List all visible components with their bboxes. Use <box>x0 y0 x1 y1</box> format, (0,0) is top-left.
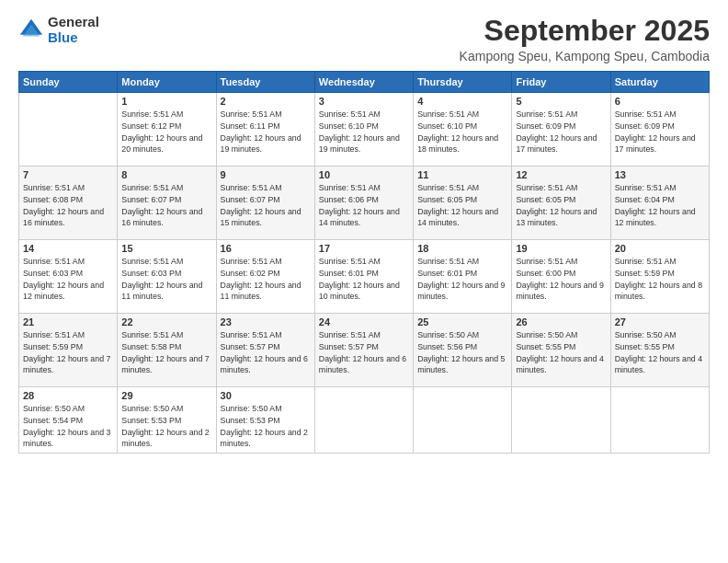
calendar-cell <box>414 387 512 454</box>
day-info: Sunrise: 5:51 AM Sunset: 6:01 PM Dayligh… <box>417 256 507 303</box>
logo-blue: Blue <box>48 30 99 46</box>
day-info: Sunrise: 5:50 AM Sunset: 5:54 PM Dayligh… <box>23 403 113 450</box>
day-number: 22 <box>121 316 211 327</box>
day-number: 8 <box>121 169 211 180</box>
day-number: 24 <box>319 316 409 327</box>
calendar-cell <box>19 93 118 167</box>
logo-text: General Blue <box>48 15 99 45</box>
calendar-cell: 14Sunrise: 5:51 AM Sunset: 6:03 PM Dayli… <box>19 240 118 314</box>
day-info: Sunrise: 5:51 AM Sunset: 6:00 PM Dayligh… <box>516 256 606 303</box>
calendar-cell: 4Sunrise: 5:51 AM Sunset: 6:10 PM Daylig… <box>414 93 512 167</box>
calendar-header-monday: Monday <box>118 72 216 93</box>
day-number: 13 <box>615 169 705 180</box>
day-number: 3 <box>319 96 409 107</box>
day-info: Sunrise: 5:51 AM Sunset: 6:05 PM Dayligh… <box>516 182 606 229</box>
calendar-cell: 24Sunrise: 5:51 AM Sunset: 5:57 PM Dayli… <box>314 314 413 387</box>
day-info: Sunrise: 5:51 AM Sunset: 6:12 PM Dayligh… <box>121 109 211 155</box>
calendar-cell: 29Sunrise: 5:50 AM Sunset: 5:53 PM Dayli… <box>118 387 216 454</box>
day-number: 10 <box>319 169 409 180</box>
calendar-cell: 15Sunrise: 5:51 AM Sunset: 6:03 PM Dayli… <box>118 240 216 314</box>
calendar-header-friday: Friday <box>512 72 610 93</box>
day-number: 23 <box>221 316 311 327</box>
title-area: September 2025 Kampong Speu, Kampong Spe… <box>460 15 710 63</box>
day-number: 16 <box>221 243 311 254</box>
day-info: Sunrise: 5:51 AM Sunset: 6:10 PM Dayligh… <box>319 109 409 155</box>
day-info: Sunrise: 5:51 AM Sunset: 6:02 PM Dayligh… <box>221 256 311 303</box>
day-info: Sunrise: 5:50 AM Sunset: 5:55 PM Dayligh… <box>615 329 705 376</box>
calendar-cell <box>314 387 413 454</box>
day-info: Sunrise: 5:50 AM Sunset: 5:53 PM Dayligh… <box>121 403 211 450</box>
calendar-cell: 27Sunrise: 5:50 AM Sunset: 5:55 PM Dayli… <box>610 314 709 387</box>
day-number: 19 <box>516 243 606 254</box>
calendar-cell: 6Sunrise: 5:51 AM Sunset: 6:09 PM Daylig… <box>610 93 709 167</box>
calendar-cell: 8Sunrise: 5:51 AM Sunset: 6:07 PM Daylig… <box>118 167 216 240</box>
day-info: Sunrise: 5:51 AM Sunset: 5:59 PM Dayligh… <box>615 256 705 303</box>
calendar-header-thursday: Thursday <box>414 72 512 93</box>
calendar-cell: 18Sunrise: 5:51 AM Sunset: 6:01 PM Dayli… <box>414 240 512 314</box>
calendar-cell: 19Sunrise: 5:51 AM Sunset: 6:00 PM Dayli… <box>512 240 610 314</box>
day-info: Sunrise: 5:51 AM Sunset: 5:57 PM Dayligh… <box>319 329 409 376</box>
day-number: 1 <box>121 96 211 107</box>
day-number: 21 <box>23 316 113 327</box>
day-number: 18 <box>417 243 507 254</box>
logo-icon <box>18 17 44 43</box>
calendar-table: SundayMondayTuesdayWednesdayThursdayFrid… <box>18 71 710 454</box>
calendar-cell: 7Sunrise: 5:51 AM Sunset: 6:08 PM Daylig… <box>19 167 118 240</box>
calendar-header-sunday: Sunday <box>19 72 118 93</box>
calendar-cell: 20Sunrise: 5:51 AM Sunset: 5:59 PM Dayli… <box>610 240 709 314</box>
day-number: 6 <box>615 96 705 107</box>
day-number: 11 <box>417 169 507 180</box>
calendar-cell <box>512 387 610 454</box>
day-info: Sunrise: 5:51 AM Sunset: 6:09 PM Dayligh… <box>516 109 606 155</box>
page: General Blue September 2025 Kampong Speu… <box>0 0 728 563</box>
subtitle: Kampong Speu, Kampong Speu, Cambodia <box>460 49 710 63</box>
day-info: Sunrise: 5:51 AM Sunset: 6:07 PM Dayligh… <box>221 182 311 229</box>
day-number: 17 <box>319 243 409 254</box>
day-info: Sunrise: 5:50 AM Sunset: 5:53 PM Dayligh… <box>221 403 311 450</box>
calendar-cell: 21Sunrise: 5:51 AM Sunset: 5:59 PM Dayli… <box>19 314 118 387</box>
day-number: 27 <box>615 316 705 327</box>
calendar-cell: 26Sunrise: 5:50 AM Sunset: 5:55 PM Dayli… <box>512 314 610 387</box>
calendar-week-row: 28Sunrise: 5:50 AM Sunset: 5:54 PM Dayli… <box>19 387 710 454</box>
day-info: Sunrise: 5:51 AM Sunset: 6:01 PM Dayligh… <box>319 256 409 303</box>
day-number: 20 <box>615 243 705 254</box>
day-number: 25 <box>417 316 507 327</box>
day-number: 28 <box>23 390 113 401</box>
day-info: Sunrise: 5:50 AM Sunset: 5:56 PM Dayligh… <box>417 329 507 376</box>
day-number: 14 <box>23 243 113 254</box>
calendar-header-row: SundayMondayTuesdayWednesdayThursdayFrid… <box>19 72 710 93</box>
calendar-week-row: 1Sunrise: 5:51 AM Sunset: 6:12 PM Daylig… <box>19 93 710 167</box>
calendar-header-tuesday: Tuesday <box>216 72 314 93</box>
day-number: 26 <box>516 316 606 327</box>
calendar-cell: 12Sunrise: 5:51 AM Sunset: 6:05 PM Dayli… <box>512 167 610 240</box>
calendar-cell: 10Sunrise: 5:51 AM Sunset: 6:06 PM Dayli… <box>314 167 413 240</box>
calendar-header-saturday: Saturday <box>610 72 709 93</box>
calendar-week-row: 21Sunrise: 5:51 AM Sunset: 5:59 PM Dayli… <box>19 314 710 387</box>
day-number: 4 <box>417 96 507 107</box>
header-area: General Blue September 2025 Kampong Speu… <box>18 15 710 63</box>
main-title: September 2025 <box>460 15 710 47</box>
day-info: Sunrise: 5:51 AM Sunset: 6:07 PM Dayligh… <box>121 182 211 229</box>
day-info: Sunrise: 5:51 AM Sunset: 5:58 PM Dayligh… <box>121 329 211 376</box>
calendar-cell: 13Sunrise: 5:51 AM Sunset: 6:04 PM Dayli… <box>610 167 709 240</box>
calendar-cell: 2Sunrise: 5:51 AM Sunset: 6:11 PM Daylig… <box>216 93 314 167</box>
logo-general: General <box>48 15 99 30</box>
day-number: 2 <box>221 96 311 107</box>
calendar-header-wednesday: Wednesday <box>314 72 413 93</box>
calendar-cell: 3Sunrise: 5:51 AM Sunset: 6:10 PM Daylig… <box>314 93 413 167</box>
day-info: Sunrise: 5:51 AM Sunset: 6:10 PM Dayligh… <box>417 109 507 155</box>
day-info: Sunrise: 5:51 AM Sunset: 6:03 PM Dayligh… <box>121 256 211 303</box>
day-info: Sunrise: 5:51 AM Sunset: 5:57 PM Dayligh… <box>221 329 311 376</box>
calendar-cell: 9Sunrise: 5:51 AM Sunset: 6:07 PM Daylig… <box>216 167 314 240</box>
calendar-week-row: 7Sunrise: 5:51 AM Sunset: 6:08 PM Daylig… <box>19 167 710 240</box>
day-info: Sunrise: 5:51 AM Sunset: 6:09 PM Dayligh… <box>615 109 705 155</box>
calendar-cell: 28Sunrise: 5:50 AM Sunset: 5:54 PM Dayli… <box>19 387 118 454</box>
day-number: 30 <box>221 390 311 401</box>
calendar-cell <box>610 387 709 454</box>
calendar-cell: 25Sunrise: 5:50 AM Sunset: 5:56 PM Dayli… <box>414 314 512 387</box>
calendar-cell: 17Sunrise: 5:51 AM Sunset: 6:01 PM Dayli… <box>314 240 413 314</box>
day-number: 5 <box>516 96 606 107</box>
day-info: Sunrise: 5:51 AM Sunset: 5:59 PM Dayligh… <box>23 329 113 376</box>
calendar-cell: 22Sunrise: 5:51 AM Sunset: 5:58 PM Dayli… <box>118 314 216 387</box>
day-info: Sunrise: 5:51 AM Sunset: 6:08 PM Dayligh… <box>23 182 113 229</box>
